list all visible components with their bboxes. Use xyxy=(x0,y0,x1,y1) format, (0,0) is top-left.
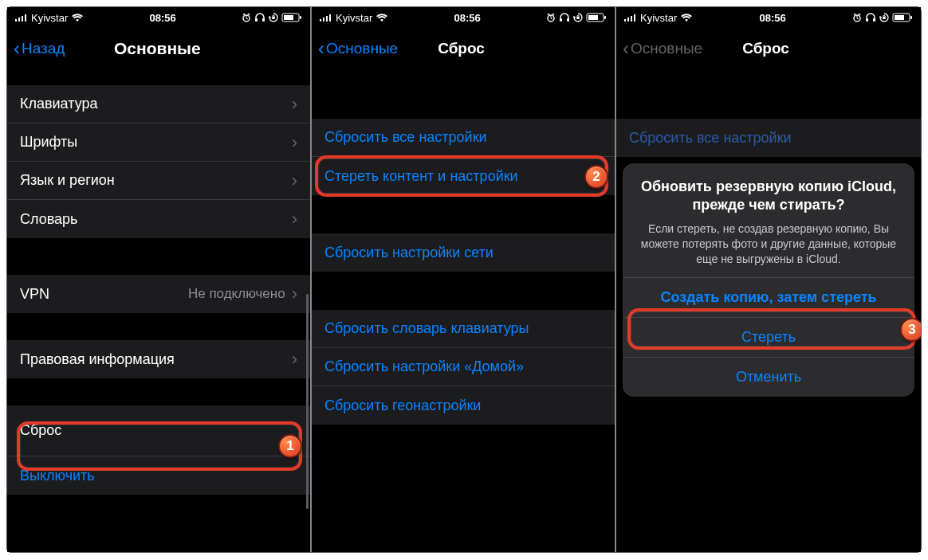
back-label: Основные xyxy=(326,40,398,57)
sheet-button-label: Отменить xyxy=(736,369,801,386)
badge-3: 3 xyxy=(900,318,921,342)
back-button: ‹ Основные xyxy=(623,39,702,58)
row-label: Клавиатура xyxy=(20,96,292,112)
svg-rect-3 xyxy=(25,14,26,22)
carrier-label: Kyivstar xyxy=(336,12,372,24)
sheet-button-erase[interactable]: Стереть xyxy=(623,317,914,357)
nav-bar: ‹ Назад Основные xyxy=(7,28,310,69)
status-bar: Kyivstar 08:56 xyxy=(616,7,921,28)
badge-2: 2 xyxy=(584,165,608,189)
chevron-right-icon: › xyxy=(292,94,297,115)
headphones-icon xyxy=(254,13,265,22)
section-legal: Правовая информация › xyxy=(7,340,310,378)
svg-rect-22 xyxy=(624,19,626,22)
row-label: Сбросить настройки сети xyxy=(324,245,602,261)
orientation-lock-icon xyxy=(879,13,889,22)
orientation-lock-icon xyxy=(269,13,278,22)
section-reset-main: Сбросить все настройки Стереть контент и… xyxy=(312,119,615,195)
row-label: Сбросить геонастройки xyxy=(324,397,602,414)
row-reset-network[interactable]: Сбросить настройки сети xyxy=(312,233,615,272)
sheet-message: Если стереть, не создав резервную копию,… xyxy=(639,221,899,267)
row-shutdown[interactable]: Выключить xyxy=(7,456,310,495)
row-language-region[interactable]: Язык и регион › xyxy=(7,162,310,200)
row-label: Стереть контент и настройки xyxy=(324,168,602,185)
row-label: Язык и регион xyxy=(20,172,292,189)
headphones-icon xyxy=(865,13,876,22)
row-reset-location[interactable]: Сбросить геонастройки xyxy=(312,386,615,425)
section-reset-other: Сбросить словарь клавиатуры Сбросить нас… xyxy=(312,310,615,425)
svg-rect-11 xyxy=(320,19,321,22)
svg-rect-6 xyxy=(262,18,265,22)
headphones-icon xyxy=(559,13,570,22)
section-reset: Сброс Выключить xyxy=(7,405,310,495)
sheet-header: Обновить резервную копию iCloud, прежде … xyxy=(623,163,914,277)
row-label: Словарь xyxy=(20,211,292,228)
back-label: Основные xyxy=(631,40,702,57)
svg-rect-24 xyxy=(631,16,632,22)
sheet-button-cancel[interactable]: Отменить xyxy=(623,357,914,397)
row-label: VPN xyxy=(20,286,188,303)
svg-rect-7 xyxy=(272,17,275,19)
svg-rect-25 xyxy=(634,14,635,22)
carrier-label: Kyivstar xyxy=(31,12,68,24)
status-bar: Kyivstar 08:56 xyxy=(312,7,615,28)
svg-rect-31 xyxy=(895,15,904,20)
clock-label: 08:56 xyxy=(693,12,852,24)
battery-icon xyxy=(586,13,607,22)
svg-rect-12 xyxy=(323,18,324,22)
row-label: Сбросить словарь клавиатуры xyxy=(324,320,602,337)
clock-label: 08:56 xyxy=(388,12,546,24)
nav-bar: ‹ Основные Сброс xyxy=(312,28,615,69)
row-label: Выключить xyxy=(20,468,297,484)
alarm-icon xyxy=(852,13,862,22)
row-label: Сбросить все настройки xyxy=(324,129,602,146)
svg-rect-23 xyxy=(627,18,629,22)
row-value: Не подключено xyxy=(188,286,285,302)
chevron-left-icon: ‹ xyxy=(14,39,20,58)
svg-rect-5 xyxy=(255,18,258,22)
row-reset-all-settings[interactable]: Сбросить все настройки xyxy=(312,119,615,157)
row-label: Сбросить настройки «Домой» xyxy=(324,358,602,375)
signal-icon xyxy=(15,14,28,22)
chevron-right-icon: › xyxy=(292,209,297,229)
back-label: Назад xyxy=(22,40,65,57)
sheet-button-backup-then-erase[interactable]: Создать копию, затем стереть xyxy=(623,277,914,317)
svg-rect-9 xyxy=(284,15,293,20)
signal-icon xyxy=(320,14,332,22)
page-title: Сброс xyxy=(702,40,914,57)
section-reset-network: Сбросить настройки сети xyxy=(312,233,615,272)
row-label: Правовая информация xyxy=(20,351,292,368)
row-reset-home[interactable]: Сбросить настройки «Домой» xyxy=(312,348,615,386)
svg-rect-17 xyxy=(567,18,569,22)
svg-rect-21 xyxy=(604,16,606,19)
back-button[interactable]: ‹ Основные xyxy=(318,39,398,58)
orientation-lock-icon xyxy=(573,13,583,22)
svg-rect-16 xyxy=(560,18,562,22)
battery-icon xyxy=(281,13,302,22)
svg-rect-28 xyxy=(873,18,875,22)
carrier-label: Kyivstar xyxy=(640,12,677,24)
wifi-icon xyxy=(71,13,84,22)
chevron-left-icon: ‹ xyxy=(318,39,324,58)
chevron-left-icon: ‹ xyxy=(623,39,629,58)
chevron-right-icon: › xyxy=(292,349,297,370)
battery-icon xyxy=(892,13,913,22)
scroll-indicator xyxy=(306,294,309,509)
row-fonts[interactable]: Шрифты › xyxy=(7,123,310,162)
page-title: Сброс xyxy=(398,40,608,57)
signal-icon xyxy=(624,14,637,22)
clock-label: 08:56 xyxy=(84,12,242,24)
row-reset-keyboard-dict[interactable]: Сбросить словарь клавиатуры xyxy=(312,310,615,348)
row-label: Сброс xyxy=(20,422,297,439)
wifi-icon xyxy=(376,13,388,22)
action-sheet: Обновить резервную копию iCloud, прежде … xyxy=(623,163,914,397)
chevron-right-icon: › xyxy=(292,132,297,153)
row-dictionary[interactable]: Словарь › xyxy=(7,200,310,238)
back-button[interactable]: ‹ Назад xyxy=(14,39,65,58)
svg-rect-1 xyxy=(18,18,20,22)
row-erase-all-content[interactable]: Стереть контент и настройки xyxy=(312,157,615,195)
row-reset[interactable]: Сброс xyxy=(7,405,310,456)
row-vpn[interactable]: VPN Не подключено › xyxy=(7,275,310,313)
row-legal[interactable]: Правовая информация › xyxy=(7,340,310,378)
row-keyboard[interactable]: Клавиатура › xyxy=(7,85,310,123)
